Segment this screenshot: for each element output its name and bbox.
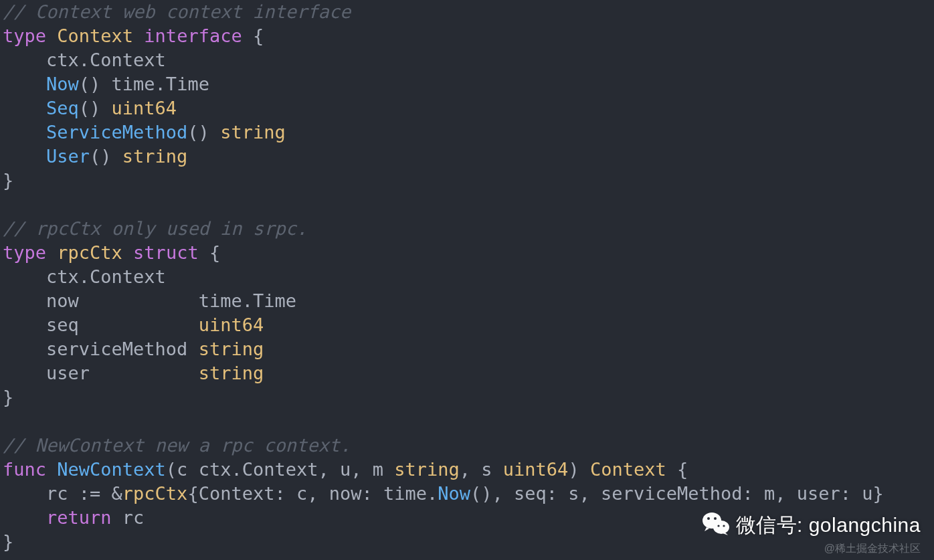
code-op: & xyxy=(112,483,122,504)
code-field: ctx.Context xyxy=(46,266,166,287)
code-field: serviceMethod xyxy=(46,339,187,359)
code-type: uint64 xyxy=(199,314,264,335)
code-type: string xyxy=(122,146,188,167)
code-type: uint64 xyxy=(112,98,177,118)
code-brace: { xyxy=(253,25,264,46)
code-comment: // rpcCtx only used in srpc. xyxy=(3,218,307,239)
code-brace: } xyxy=(3,531,13,552)
code-brace: { xyxy=(677,459,688,480)
code-brace: { xyxy=(209,242,220,263)
wechat-watermark: 微信号: golangchina xyxy=(703,511,921,540)
code-field: ctx.Context xyxy=(46,50,166,70)
code-identifier: rpcCtx xyxy=(57,242,122,263)
wechat-icon xyxy=(703,511,729,540)
svg-point-4 xyxy=(717,525,719,527)
code-type: time.Time xyxy=(199,290,296,311)
code-block: // Context web context interface type Co… xyxy=(0,0,934,554)
code-parens: () xyxy=(90,146,112,167)
code-type: string xyxy=(220,122,286,143)
svg-point-2 xyxy=(707,517,710,520)
code-keyword: struct xyxy=(133,242,199,263)
code-field: user xyxy=(46,363,90,383)
code-identifier: Context xyxy=(57,25,133,46)
code-struct-lit: {Context: c, now: time. xyxy=(187,483,438,504)
code-field: seq xyxy=(46,314,79,335)
code-comment: // NewContext new a rpc context. xyxy=(3,435,351,456)
code-field: now xyxy=(46,290,79,311)
code-parens: () xyxy=(187,122,209,143)
code-pad xyxy=(90,363,199,383)
svg-point-3 xyxy=(714,517,717,520)
code-return-type: Context xyxy=(590,459,666,480)
code-keyword: type xyxy=(3,25,46,46)
code-type: time.Time xyxy=(112,74,209,94)
juejin-watermark: @稀土掘金技术社区 xyxy=(824,542,921,556)
code-indent xyxy=(3,146,46,167)
code-sig: ) xyxy=(568,459,590,480)
code-keyword: type xyxy=(3,242,46,263)
code-sig: (c xyxy=(166,459,199,480)
code-var: rc xyxy=(122,507,145,528)
code-keyword: func xyxy=(3,459,46,480)
code-indent xyxy=(3,339,46,359)
code-indent xyxy=(3,314,46,335)
code-indent xyxy=(3,507,46,528)
svg-point-5 xyxy=(723,525,725,527)
code-identifier: rpcCtx xyxy=(122,483,188,504)
code-keyword: return xyxy=(46,507,112,528)
wechat-label: 微信号: golangchina xyxy=(736,512,921,539)
code-brace: } xyxy=(3,170,13,191)
code-pad xyxy=(187,339,198,359)
code-keyword: interface xyxy=(144,25,242,46)
code-op: := xyxy=(68,483,112,504)
code-method: ServiceMethod xyxy=(46,122,187,143)
svg-point-1 xyxy=(713,521,729,534)
code-indent xyxy=(3,50,46,70)
code-sig: , u, m xyxy=(318,459,394,480)
code-struct-lit: (), seq: s, serviceMethod: m, user: u} xyxy=(470,483,884,504)
code-call: Now xyxy=(438,483,470,504)
code-comment: // Context web context interface xyxy=(3,1,351,22)
code-indent xyxy=(3,266,46,287)
code-method: Now xyxy=(46,74,79,94)
code-brace: } xyxy=(3,387,13,407)
code-pad xyxy=(79,290,199,311)
code-type: string xyxy=(199,363,264,383)
code-type: ctx.Context xyxy=(199,459,318,480)
code-type: string xyxy=(199,339,264,359)
code-indent xyxy=(3,122,46,143)
code-type: string xyxy=(394,459,460,480)
code-indent xyxy=(3,363,46,383)
code-indent xyxy=(3,74,46,94)
code-parens: () xyxy=(79,74,101,94)
code-indent xyxy=(3,483,46,504)
code-var: rc xyxy=(46,483,68,504)
code-func-name: NewContext xyxy=(57,459,166,480)
code-type: uint64 xyxy=(503,459,569,480)
code-pad xyxy=(79,314,199,335)
code-sig: , s xyxy=(460,459,503,480)
code-parens: () xyxy=(79,98,101,118)
code-method: User xyxy=(46,146,90,167)
code-method: Seq xyxy=(46,98,79,118)
code-indent xyxy=(3,98,46,118)
code-indent xyxy=(3,290,46,311)
